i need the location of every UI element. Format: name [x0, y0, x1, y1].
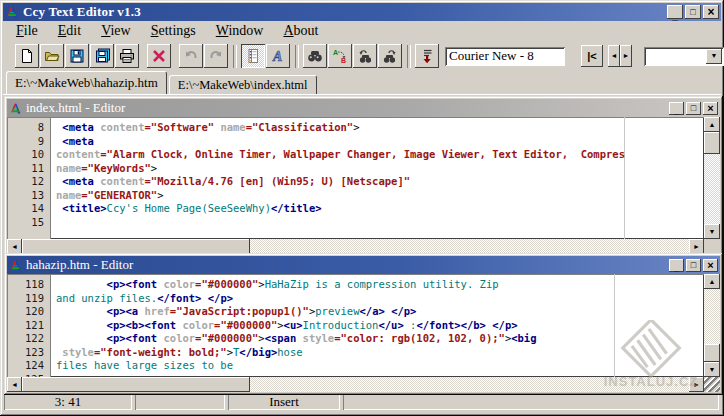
line-number: 10 [8, 148, 50, 162]
tab-hahazip[interactable]: E:\~MakeWeb\hahazip.htm [6, 71, 167, 94]
scrollbar-thumb[interactable] [22, 239, 250, 254]
code-text [50, 216, 56, 230]
code-line[interactable]: 118 <p><font color="#000000">HaHaZip is … [8, 278, 704, 292]
code-line[interactable]: 11name="KeyWords"> [8, 162, 704, 176]
combobox-dropdown-button[interactable]: ▼ [706, 49, 722, 64]
menu-bar: File Edit View Settings Window About [3, 21, 721, 41]
menu-file[interactable]: File [6, 22, 48, 41]
child-title-bar[interactable]: hahazip.htm - Editor _ □ × [7, 256, 720, 274]
child-close-button[interactable]: × [703, 102, 718, 115]
maximize-button[interactable]: □ [685, 5, 701, 19]
find-next-button[interactable] [378, 44, 402, 68]
code-text: files have large sizes to be [50, 359, 233, 373]
new-file-button[interactable] [15, 44, 39, 68]
code-line[interactable]: 14 <title>Ccy's Home Page(SeeSeeWhy)</ti… [8, 202, 704, 216]
scrollbar-thumb[interactable] [704, 132, 720, 154]
vertical-scrollbar[interactable]: ▲ ▼ [704, 274, 720, 377]
minimize-button[interactable]: _ [667, 5, 683, 19]
scroll-up-button[interactable]: ▲ [704, 274, 720, 289]
vertical-scrollbar[interactable]: ▲ ▼ [704, 117, 720, 239]
open-file-button[interactable] [40, 44, 64, 68]
replace-icon: A B [332, 48, 348, 64]
menu-settings[interactable]: Settings [141, 22, 206, 41]
menu-about[interactable]: About [273, 22, 328, 41]
code-line[interactable]: 10content="Alarm Clock, Online Timer, Wa… [8, 148, 704, 162]
insert-mode-panel: Insert [228, 394, 340, 410]
font-button[interactable]: A [266, 44, 290, 68]
code-text: <p><font color="#000000">HaHaZip is a co… [50, 278, 499, 292]
scrollbar-track[interactable] [250, 239, 689, 254]
horizontal-scrollbar[interactable]: ◄ ► [7, 239, 704, 254]
code-line[interactable]: 122 <p><font color="#000000"><span style… [8, 332, 704, 346]
down-arrow-icon: ▼ [709, 228, 716, 236]
code-line[interactable]: 119and unzip files.</font> </p> [8, 292, 704, 306]
goto-first-button[interactable]: |< [581, 45, 603, 67]
child-minimize-button[interactable]: _ [669, 102, 684, 115]
scroll-down-button[interactable]: ▼ [704, 362, 720, 377]
child-minimize-button[interactable]: _ [669, 259, 684, 272]
code-line[interactable]: 123 style="font-weight: bold;">T</big>ho… [8, 346, 704, 360]
horizontal-scrollbar[interactable]: ◄ ► [7, 377, 704, 392]
scroll-right-button[interactable]: ► [689, 239, 704, 254]
scrollbar-track[interactable] [250, 377, 689, 392]
code-text: <title>Ccy's Home Page(SeeSeeWhy)</title… [50, 202, 322, 216]
scroll-right-button[interactable]: ► [689, 377, 704, 392]
close-button[interactable]: × [703, 5, 719, 19]
scrollbar-track[interactable] [704, 154, 720, 224]
code-line[interactable]: 124files have large sizes to be [8, 359, 704, 373]
menu-edit[interactable]: Edit [48, 22, 91, 41]
child-maximize-button[interactable]: □ [686, 102, 701, 115]
menu-view[interactable]: View [91, 22, 141, 41]
left-arrow-icon: ◄ [611, 52, 618, 60]
scroll-down-button[interactable]: ▼ [704, 224, 720, 239]
right-arrow-icon: ► [693, 381, 700, 389]
scroll-up-button[interactable]: ▲ [704, 117, 720, 132]
line-number: 120 [8, 305, 50, 319]
document-tabbar: E:\~MakeWeb\hahazip.htm E:\~MakeWeb\inde… [3, 71, 721, 94]
code-editor-index[interactable]: 8 <meta content="Software" name="Classif… [7, 117, 704, 239]
code-line[interactable]: 12 <meta content="Mozilla/4.76 [en] (Win… [8, 175, 704, 189]
right-arrow-icon: ► [693, 243, 700, 251]
close-file-button[interactable] [147, 44, 171, 68]
undo-button[interactable] [179, 44, 203, 68]
line-numbers-toggle[interactable] [241, 44, 265, 68]
redo-button[interactable] [204, 44, 228, 68]
code-editor-hahazip[interactable]: 118 <p><font color="#000000">HaHaZip is … [7, 274, 704, 377]
scrollbar-thumb[interactable] [22, 377, 250, 392]
find-previous-icon [357, 48, 373, 64]
find-previous-button[interactable] [353, 44, 377, 68]
tab-index[interactable]: E:\~MakeWeb\index.html [169, 75, 317, 94]
nav-next-button[interactable]: ► [620, 45, 632, 67]
goto-line-button[interactable] [415, 44, 439, 68]
down-arrow-icon: ▼ [709, 366, 716, 374]
resize-grip[interactable] [704, 377, 720, 392]
child-close-button[interactable]: × [703, 259, 718, 272]
save-all-button[interactable] [90, 44, 114, 68]
code-text: <p><a href="JavaScript:popup1()">preview… [50, 305, 416, 319]
line-number: 125 [8, 373, 50, 378]
code-line[interactable]: 125 [8, 373, 704, 378]
code-line[interactable]: 120 <p><a href="JavaScript:popup1()">pre… [8, 305, 704, 319]
scroll-left-button[interactable]: ◄ [7, 377, 22, 392]
code-line[interactable]: 9 <meta [8, 135, 704, 149]
menu-window[interactable]: Window [206, 22, 274, 41]
child-title-bar[interactable]: index.html - Editor _ □ × [7, 99, 720, 117]
find-button[interactable] [303, 44, 327, 68]
font-selector-field[interactable]: Courier New - 8 [445, 47, 565, 66]
print-button[interactable] [115, 44, 139, 68]
nav-previous-button[interactable]: ◄ [608, 45, 620, 67]
replace-button[interactable]: A B [328, 44, 352, 68]
code-line[interactable]: 121 <p><b><font color="#000000"><u>Intro… [8, 319, 704, 333]
filter-combobox[interactable]: ▼ [644, 47, 724, 66]
code-line[interactable]: 8 <meta content="Software" name="Classif… [8, 121, 704, 135]
code-text: content="Alarm Clock, Online Timer, Wall… [50, 148, 625, 162]
code-text: name="GENERATOR"> [50, 189, 163, 203]
scroll-left-button[interactable]: ◄ [7, 239, 22, 254]
scrollbar-track[interactable] [704, 289, 720, 344]
scrollbar-thumb[interactable] [704, 344, 720, 362]
code-line[interactable]: 15 [8, 216, 704, 230]
child-maximize-button[interactable]: □ [686, 259, 701, 272]
save-button[interactable] [65, 44, 89, 68]
line-number: 11 [8, 162, 50, 176]
code-line[interactable]: 13name="GENERATOR"> [8, 189, 704, 203]
